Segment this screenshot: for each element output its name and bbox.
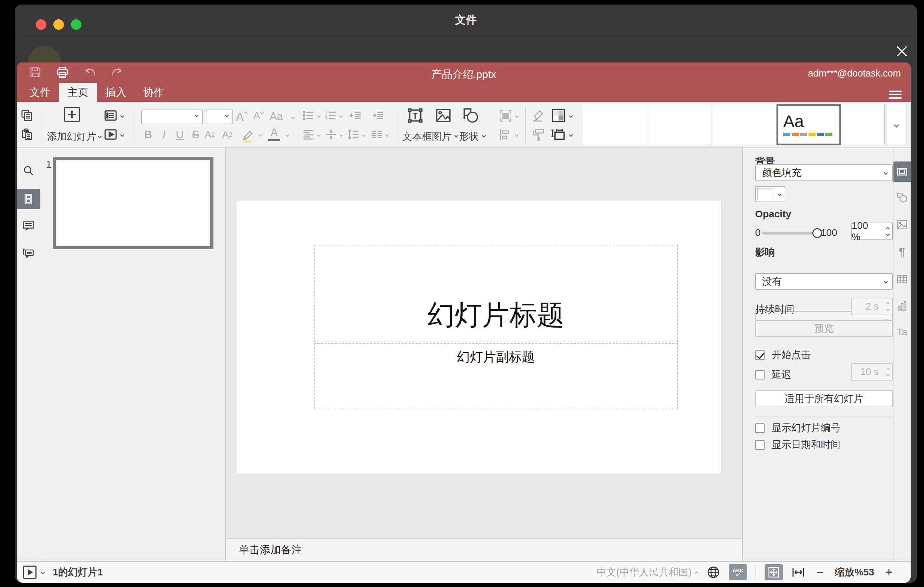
close-icon[interactable] [893,43,911,60]
slides-panel-icon[interactable] [17,189,40,209]
theme-option[interactable] [841,104,885,145]
background-fill-select[interactable]: 颜色填充 [755,164,893,181]
textart-settings-icon[interactable]: Ta [893,322,911,342]
image-button[interactable]: 图片 [431,130,453,143]
theme-gallery-expand-icon[interactable] [886,104,906,145]
effect-select[interactable]: 没有 [755,273,893,290]
start-slideshow-status-icon[interactable] [23,566,36,579]
delay-checkbox[interactable] [755,370,765,379]
slideshow-options-chevron-icon[interactable] [41,570,45,574]
decrease-indent-icon[interactable] [349,109,362,122]
add-slide-chevron-icon[interactable] [97,134,101,138]
menu-icon[interactable] [889,89,901,97]
tab-home[interactable]: 主页 [59,83,97,102]
spellcheck-language-icon[interactable] [706,565,720,579]
text-box-button[interactable]: 文本框 [400,130,434,143]
chat-icon[interactable] [17,243,40,263]
slide-size-chevron-icon[interactable] [569,133,573,137]
shape-settings-icon[interactable] [893,188,911,208]
opacity-spinner[interactable]: 100 % [851,223,893,240]
font-size-select[interactable] [206,110,233,124]
line-spacing-icon[interactable] [347,128,360,141]
bold-icon[interactable]: B [141,127,155,143]
background-color-swatch[interactable] [755,186,785,202]
slide-background-chevron-icon[interactable] [569,114,573,118]
numbered-list-icon[interactable]: 123 [324,109,338,122]
change-case-icon[interactable]: Aa [270,110,283,123]
bullet-list-icon[interactable] [302,109,315,122]
theme-option[interactable] [583,104,647,145]
title-placeholder[interactable]: 幻灯片标题 [314,245,678,342]
align-shape-icon[interactable] [498,128,513,142]
slide-layout-chevron-icon[interactable] [120,114,124,118]
subscript-icon[interactable]: A2 [222,127,233,143]
slide-thumbnail-selected[interactable] [53,157,213,249]
slide-size-icon[interactable] [551,127,567,143]
start-slideshow-chevron-icon[interactable] [120,133,124,137]
image-icon[interactable] [435,107,452,124]
vertical-align-chevron-icon[interactable] [339,133,343,137]
tab-insert[interactable]: 插入 [97,83,135,102]
horizontal-align-icon[interactable] [302,128,315,141]
slide-settings-icon[interactable] [893,162,911,182]
theme-option[interactable] [647,104,712,145]
slide-background-color-icon[interactable] [551,107,567,124]
theme-option[interactable] [712,104,777,145]
show-date-time-checkbox[interactable] [755,440,765,450]
language-selector[interactable]: 中文(中华人民共和国) [596,566,698,579]
columns-icon[interactable] [370,128,383,141]
arrange-shape-chevron-icon[interactable] [515,114,518,118]
slide-layout-icon[interactable] [103,108,118,123]
add-slide-button[interactable]: 添加幻灯片 [47,130,96,143]
image-settings-icon[interactable] [893,214,911,235]
increase-indent-icon[interactable] [371,109,385,122]
apply-to-all-slides-button[interactable]: 适用于所有幻灯片 [755,391,893,407]
format-painter-icon[interactable] [531,127,546,142]
shape-button[interactable]: 形状 [458,130,480,143]
highlight-color-icon[interactable] [241,128,256,143]
chart-settings-icon[interactable] [893,296,911,316]
zoom-out-icon[interactable]: − [814,565,827,580]
change-case-chevron-icon[interactable] [291,115,295,119]
paragraph-settings-icon[interactable]: ¶ [893,242,911,262]
font-color-chevron-icon[interactable] [285,133,289,137]
show-slide-number-checkbox[interactable] [755,424,765,433]
slide-canvas[interactable]: 幻灯片标题 幻灯片副标题 [237,201,721,473]
line-spacing-chevron-icon[interactable] [361,133,365,137]
start-on-click-checkbox[interactable] [755,350,765,360]
font-grow-icon[interactable]: A [236,110,247,124]
align-shape-chevron-icon[interactable] [515,133,518,137]
tab-collaboration[interactable]: 协作 [135,83,173,102]
paste-icon[interactable] [20,128,34,141]
fit-slide-icon[interactable] [765,564,783,580]
superscript-icon[interactable]: A2 [204,127,215,143]
text-box-icon[interactable]: T [406,107,424,124]
underline-icon[interactable]: U [173,127,187,143]
spellcheck-toggle-icon[interactable]: ABC [729,564,747,580]
numbered-list-chevron-icon[interactable] [339,114,343,118]
font-name-select[interactable] [141,110,203,124]
zoom-in-icon[interactable]: + [883,565,895,580]
bullet-list-chevron-icon[interactable] [317,114,320,118]
comments-icon[interactable] [17,216,40,236]
table-settings-icon[interactable] [893,269,911,289]
arrange-shape-icon[interactable] [498,109,513,123]
shape-icon[interactable] [462,107,480,124]
search-icon[interactable] [17,161,40,181]
highlight-color-chevron-icon[interactable] [258,133,262,137]
opacity-slider[interactable] [762,232,818,234]
theme-option-selected[interactable]: Aa [777,104,841,145]
horizontal-align-chevron-icon[interactable] [317,133,320,137]
font-color-icon[interactable]: A [268,127,280,141]
start-slideshow-icon[interactable] [103,127,118,142]
strikethrough-icon[interactable]: S [188,127,203,143]
subtitle-placeholder[interactable]: 幻灯片副标题 [314,343,678,409]
columns-chevron-icon[interactable] [385,133,389,137]
vertical-align-icon[interactable] [324,128,338,141]
fit-width-icon[interactable] [791,565,805,579]
notes-input[interactable]: 单击添加备注 [226,538,742,561]
eraser-icon[interactable] [531,108,546,123]
copy-icon[interactable] [20,109,34,122]
italic-icon[interactable]: I [157,127,171,143]
shape-chevron-icon[interactable] [482,134,485,137]
